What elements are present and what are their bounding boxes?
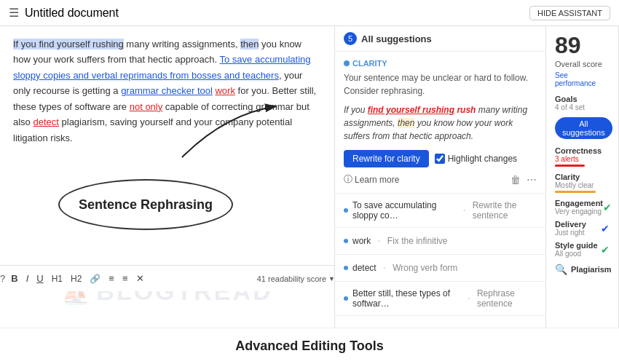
- suggestions-title: All suggestions: [361, 33, 432, 44]
- suggestion-text-3: detect: [352, 263, 376, 273]
- plagiarism-icon: 🔍: [555, 264, 567, 275]
- topbar-title: Untitled document: [25, 7, 119, 20]
- suggestion-sep-1: ·: [462, 204, 465, 217]
- clarity-action-buttons: Rewrite for clarity Highlight changes: [344, 150, 537, 167]
- suggestion-text-4: Better still, these types of softwar…: [352, 288, 460, 309]
- suggestion-action-4: Rephrase sentence: [477, 288, 537, 309]
- text-not-only: not only: [130, 101, 163, 112]
- clarity-label: CLARITY: [344, 59, 537, 68]
- unordered-list-button[interactable]: ≡: [120, 272, 130, 285]
- goals-title: Goals: [555, 95, 610, 103]
- highlight-checkbox-input[interactable]: [435, 154, 445, 164]
- help-icon[interactable]: ?: [0, 273, 5, 284]
- text-link2: grammar checker tool: [121, 85, 213, 96]
- engagement-value: Very engaging: [555, 207, 603, 215]
- clarity-bar: [555, 191, 596, 193]
- correctness-section: Correctness 3 alerts: [555, 146, 610, 168]
- suggestion-item-2[interactable]: work · Fix the infinitive: [335, 228, 545, 255]
- suggestion-action-1: Rewrite the sentence: [473, 200, 537, 221]
- clarity-footer: ⓘ Learn more 🗑 ⋯: [344, 173, 537, 186]
- highlight-changes-label: Highlight changes: [448, 154, 517, 164]
- all-suggestions-tab[interactable]: All suggestions: [555, 117, 612, 139]
- clarity-dot: [344, 60, 350, 66]
- suggestion-action-2: Fix the infinitive: [387, 236, 448, 246]
- editor-area: If you find yourself rushing many writin…: [0, 26, 335, 328]
- learn-more-link[interactable]: ⓘ Learn more: [344, 173, 399, 186]
- correctness-title: Correctness: [555, 146, 610, 155]
- style-section: Style guide All good ✔: [555, 241, 610, 258]
- delivery-value: Just right: [555, 229, 586, 237]
- clarity-title-text: CLARITY: [352, 59, 387, 68]
- suggestions-panel: 5 All suggestions CLARITY Your sentence …: [335, 26, 546, 328]
- suggestion-dot-4: [344, 296, 348, 301]
- dismiss-button[interactable]: 🗑: [510, 174, 521, 186]
- sentence-rephrasing-annotation: Sentence Rephrasing: [58, 179, 233, 230]
- text-work: work: [215, 85, 234, 96]
- footer-caption: Advanced Editing Tools: [0, 328, 619, 364]
- clarity-highlight2: rush: [457, 105, 476, 115]
- topbar: ☰ Untitled document HIDE ASSISTANT: [0, 0, 619, 26]
- suggestion-text-2: work: [352, 236, 371, 246]
- underline-button[interactable]: U: [34, 272, 45, 285]
- learn-more-text: Learn more: [355, 175, 399, 185]
- ordered-list-button[interactable]: ≡: [106, 272, 117, 285]
- suggestion-dot-2: [344, 239, 348, 243]
- readability-value: 41 readability score: [257, 274, 326, 283]
- suggestion-sep-3: ·: [383, 261, 386, 274]
- delivery-section: Delivery Just right ✔: [555, 220, 610, 237]
- highlight-changes-checkbox[interactable]: Highlight changes: [435, 154, 517, 164]
- clarity-description: Your sentence may be unclear or hard to …: [344, 71, 537, 98]
- clarity-score-value: Mostly clear: [555, 181, 610, 189]
- suggestion-item-4[interactable]: Better still, these types of softwar… · …: [335, 282, 545, 316]
- clarity-score-section: Clarity Mostly clear: [555, 173, 610, 194]
- suggestions-count: 5: [344, 32, 357, 45]
- clarity-card-actions: 🗑 ⋯: [510, 174, 537, 186]
- suggestion-dot-1: [344, 208, 348, 213]
- bold-button[interactable]: B: [9, 272, 20, 285]
- style-check-icon: ✔: [601, 244, 610, 256]
- correctness-value: 3 alerts: [555, 155, 610, 163]
- engagement-section: Engagement Very engaging ✔: [555, 199, 610, 215]
- format-tools: ? B I U H1 H2 🔗 ≡ ≡ ✕: [0, 272, 146, 285]
- clarity-suggestion-text: If you find yourself rushing rush many w…: [344, 103, 537, 143]
- readability-score[interactable]: 41 readability score ▼: [257, 274, 335, 283]
- engagement-check-icon: ✔: [603, 202, 612, 213]
- correctness-bar: [555, 165, 585, 167]
- goals-value: 4 of 4 set: [555, 103, 610, 111]
- delivery-title: Delivery: [555, 220, 586, 229]
- text-highlighted: If you find yourself rushing: [13, 39, 124, 50]
- delivery-check-icon: ✔: [601, 223, 610, 234]
- engagement-title: Engagement: [555, 199, 603, 207]
- hide-assistant-button[interactable]: HIDE ASSISTANT: [529, 6, 610, 20]
- goals-section: Goals 4 of 4 set: [555, 95, 610, 111]
- suggestion-action-3: Wrong verb form: [393, 263, 457, 273]
- question-icon: ⓘ: [344, 173, 352, 186]
- menu-icon[interactable]: ☰: [9, 6, 19, 20]
- link-button[interactable]: 🔗: [87, 273, 103, 285]
- italic-button[interactable]: I: [24, 272, 31, 285]
- bottom-toolbar: ? B I U H1 H2 🔗 ≡ ≡ ✕ 41 readability sco…: [0, 265, 335, 291]
- suggestion-dot-3: [344, 266, 348, 270]
- suggestion-sep-4: ·: [467, 292, 470, 305]
- readability-chevron: ▼: [328, 275, 335, 282]
- suggestion-text-1: To save accumulating sloppy co…: [352, 200, 456, 221]
- more-options-button[interactable]: ⋯: [527, 174, 537, 186]
- overall-score-number: 89: [555, 33, 610, 57]
- clarity-card: CLARITY Your sentence may be unclear or …: [335, 52, 545, 194]
- suggestion-sep-2: ·: [377, 234, 380, 248]
- plagiarism-section[interactable]: 🔍 Plagiarism: [555, 264, 610, 275]
- h1-button[interactable]: H1: [50, 273, 65, 285]
- suggestion-item-1[interactable]: To save accumulating sloppy co… · Rewrit…: [335, 194, 545, 228]
- h2-button[interactable]: H2: [68, 273, 84, 285]
- editor-text[interactable]: If you find yourself rushing many writin…: [13, 36, 321, 146]
- suggestion-item-3[interactable]: detect · Wrong verb form: [335, 255, 545, 282]
- see-performance-link[interactable]: See performance: [555, 71, 610, 87]
- rewrite-for-clarity-button[interactable]: Rewrite for clarity: [344, 150, 429, 167]
- footer-text: Advanced Editing Tools: [235, 339, 384, 354]
- clear-format-button[interactable]: ✕: [134, 272, 146, 285]
- overall-score-label: Overall score: [555, 60, 610, 68]
- style-value: All good: [555, 250, 598, 258]
- text-then: then: [240, 39, 259, 50]
- clarity-score-title: Clarity: [555, 173, 610, 181]
- text-detect: detect: [33, 116, 58, 127]
